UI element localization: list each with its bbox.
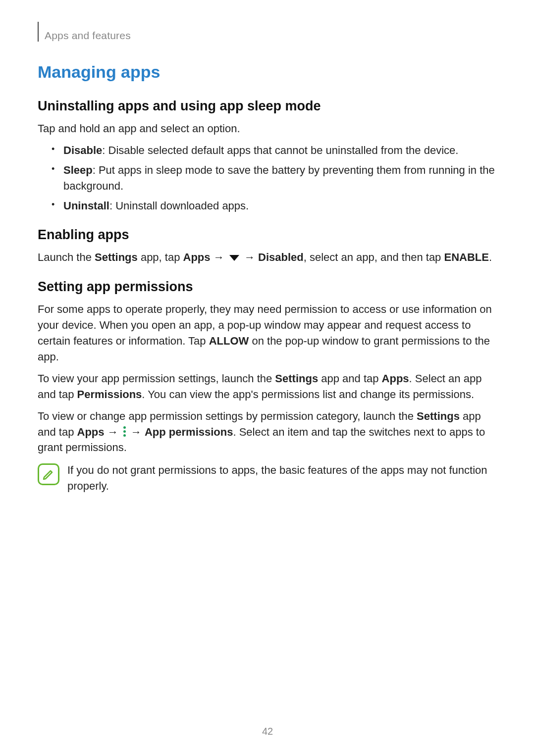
note-icon bbox=[38, 463, 59, 485]
disabled-label: Disabled bbox=[258, 251, 304, 263]
section-heading-uninstalling: Uninstalling apps and using app sleep mo… bbox=[38, 99, 497, 114]
apps-label: Apps bbox=[382, 372, 409, 385]
more-options-icon bbox=[123, 426, 126, 437]
allow-label: ALLOW bbox=[209, 335, 249, 347]
permissions-para1: For some apps to operate properly, they … bbox=[38, 302, 497, 365]
apps-label: Apps bbox=[77, 426, 105, 438]
dropdown-icon bbox=[229, 255, 239, 261]
page-header: Apps and features bbox=[38, 22, 497, 42]
breadcrumb: Apps and features bbox=[45, 30, 131, 42]
list-item: Disable: Disable selected default apps t… bbox=[52, 143, 497, 158]
note-icon-wrap bbox=[38, 462, 59, 485]
section-heading-enabling: Enabling apps bbox=[38, 227, 497, 243]
section-heading-permissions: Setting app permissions bbox=[38, 279, 497, 295]
option-list: Disable: Disable selected default apps t… bbox=[38, 143, 497, 214]
apps-label: Apps bbox=[183, 251, 211, 263]
permissions-para3: To view or change app permission setting… bbox=[38, 408, 497, 456]
enable-label: ENABLE bbox=[444, 251, 488, 263]
settings-label: Settings bbox=[417, 410, 460, 422]
list-item: Sleep: Put apps in sleep mode to save th… bbox=[52, 162, 497, 194]
section1-intro: Tap and hold an app and select an option… bbox=[38, 121, 497, 137]
option-desc: : Uninstall downloaded apps. bbox=[109, 200, 249, 212]
settings-label: Settings bbox=[275, 372, 318, 385]
note-block: If you do not grant permissions to apps,… bbox=[38, 462, 497, 494]
page-number: 42 bbox=[0, 726, 535, 737]
enabling-instruction: Launch the Settings app, tap Apps → → Di… bbox=[38, 250, 497, 265]
permissions-para2: To view your app permission settings, la… bbox=[38, 371, 497, 403]
note-text: If you do not grant permissions to apps,… bbox=[67, 462, 497, 494]
list-item: Uninstall: Uninstall downloaded apps. bbox=[52, 198, 497, 214]
option-desc: : Disable selected default apps that can… bbox=[102, 144, 458, 156]
option-desc: : Put apps in sleep mode to save the bat… bbox=[63, 164, 495, 192]
option-label: Disable bbox=[63, 144, 102, 156]
page-title: Managing apps bbox=[38, 62, 497, 82]
option-label: Sleep bbox=[63, 164, 93, 176]
settings-label: Settings bbox=[95, 251, 138, 263]
app-permissions-label: App permissions bbox=[145, 426, 233, 438]
pencil-icon bbox=[42, 467, 55, 481]
permissions-label: Permissions bbox=[77, 388, 142, 401]
option-label: Uninstall bbox=[63, 200, 109, 212]
